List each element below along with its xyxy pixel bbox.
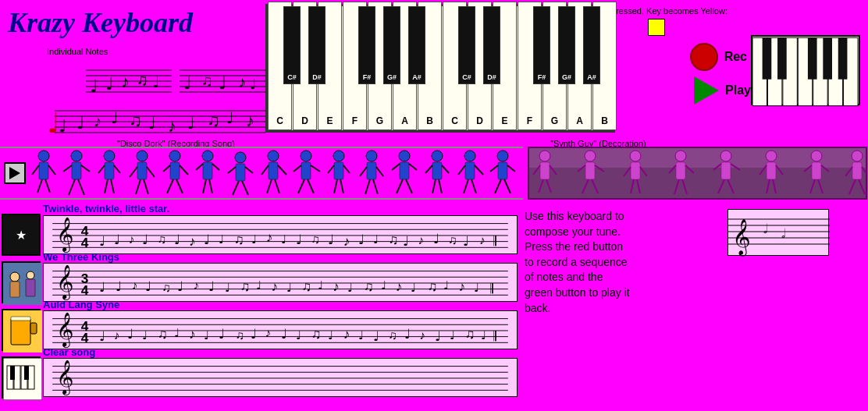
svg-text:♪: ♪	[333, 278, 340, 294]
svg-line-64	[114, 165, 120, 173]
svg-text:𝅗𝅥: 𝅗𝅥	[763, 223, 767, 234]
svg-text:♪: ♪	[420, 328, 426, 342]
svg-rect-303	[14, 366, 20, 389]
svg-text:♩: ♩	[318, 278, 323, 292]
clear-song-notes-svg: 𝄞	[44, 359, 517, 396]
svg-text:♫: ♫	[364, 278, 374, 294]
clear-song-thumb-svg	[3, 358, 42, 400]
svg-text:♪: ♪	[132, 278, 138, 292]
svg-rect-134	[498, 162, 507, 179]
song-staff-clear: 𝄞	[43, 358, 518, 397]
svg-text:♫: ♫	[158, 232, 167, 246]
piano-thumb-svg	[752, 37, 859, 107]
svg-line-135	[490, 165, 498, 172]
key-dsharp1[interactable]: D#	[308, 6, 326, 84]
svg-text:♪: ♪	[189, 326, 196, 342]
svg-text:♫: ♫	[158, 326, 168, 342]
svg-text:♪: ♪	[265, 326, 272, 339]
svg-line-118	[409, 164, 417, 170]
svg-text:♪: ♪	[458, 278, 465, 294]
svg-line-95	[267, 179, 272, 193]
svg-text:♫: ♫	[448, 233, 457, 246]
svg-point-97	[301, 151, 311, 161]
key-fsharp1[interactable]: F#	[358, 6, 375, 84]
svg-rect-74	[170, 162, 180, 179]
key-csharp2[interactable]: C#	[458, 6, 475, 84]
svg-text:♩: ♩	[347, 281, 353, 294]
svg-text:♪: ♪	[479, 233, 486, 246]
piano-keyboard[interactable]: C D E F G A B C D E F G A B C# D# F# G# …	[265, 4, 615, 135]
song-staff-auld-lang-syne: 𝄞 4 4 ♩ ♪ ♩ ♩ ♫ ♩ ♪ ♩ ♩ ♫ ♩ ♪ ♩ ♩ ♫ ♩ ♪ …	[43, 310, 518, 349]
svg-rect-153	[631, 162, 640, 179]
svg-rect-92	[269, 162, 278, 179]
svg-rect-227	[26, 279, 35, 296]
svg-text:♫: ♫	[233, 232, 244, 247]
svg-line-94	[278, 165, 286, 175]
svg-text:♩: ♩	[90, 76, 98, 96]
key-dsharp2[interactable]: D#	[483, 6, 500, 84]
blue-dancers-svg	[28, 148, 516, 199]
svg-line-54	[45, 179, 50, 193]
svg-line-78	[176, 179, 183, 193]
svg-line-69	[130, 167, 137, 177]
we-three-kings-thumb-svg	[3, 263, 42, 305]
svg-text:♫: ♫	[137, 71, 148, 88]
synth-guy-dancers-svg	[529, 148, 867, 199]
svg-line-106	[343, 165, 350, 173]
svg-point-152	[630, 151, 641, 161]
svg-text:𝅗𝅥: 𝅗𝅥	[781, 228, 785, 239]
play-button[interactable]: Play	[694, 76, 751, 105]
svg-line-81	[196, 164, 203, 170]
svg-text:♩: ♩	[219, 326, 225, 342]
svg-line-53	[37, 179, 42, 193]
svg-text:♩: ♩	[183, 73, 191, 93]
song-title-twinkle: Twinkle, twinkle, little star.	[43, 203, 169, 214]
svg-line-77	[167, 179, 173, 193]
svg-rect-62	[105, 162, 114, 179]
svg-line-63	[98, 165, 105, 173]
key-fsharp2[interactable]: F#	[533, 6, 550, 84]
svg-text:♪: ♪	[114, 328, 120, 342]
svg-point-73	[169, 151, 180, 161]
svg-rect-122	[432, 162, 442, 179]
svg-text:♪: ♪	[194, 278, 200, 292]
svg-text:♩: ♩	[463, 233, 469, 249]
svg-point-121	[432, 151, 443, 161]
svg-line-105	[328, 165, 334, 173]
svg-line-123	[425, 165, 432, 173]
svg-rect-147	[585, 162, 595, 179]
svg-line-76	[180, 165, 188, 175]
key-gsharp1[interactable]: G#	[383, 6, 400, 84]
svg-text:♩: ♩	[99, 233, 105, 249]
svg-text:♩: ♩	[99, 279, 105, 295]
animation-play-button[interactable]	[4, 162, 26, 184]
key-csharp1[interactable]: C#	[283, 6, 301, 84]
svg-text:♩: ♩	[145, 278, 151, 294]
key-asharp1[interactable]: A#	[408, 6, 425, 84]
svg-text:♫: ♫	[240, 278, 250, 294]
svg-point-133	[497, 151, 508, 161]
svg-text:♩: ♩	[174, 326, 180, 339]
svg-line-113	[365, 179, 370, 194]
rec-button[interactable]: Rec	[690, 43, 747, 71]
svg-line-83	[203, 179, 206, 193]
svg-line-112	[376, 167, 383, 176]
song-thumb-we-three-kings	[2, 261, 41, 303]
svg-text:𝄂: 𝄂	[493, 328, 496, 344]
svg-line-71	[136, 179, 141, 194]
svg-rect-141	[540, 162, 550, 179]
svg-text:♪: ♪	[343, 326, 350, 342]
svg-text:♫: ♫	[464, 326, 475, 342]
svg-point-170	[766, 151, 777, 161]
svg-text:𝄞: 𝄞	[732, 219, 751, 257]
svg-text:♫: ♫	[207, 111, 220, 130]
auld-lang-syne-notes-svg: 𝄞 4 4 ♩ ♪ ♩ ♩ ♫ ♩ ♪ ♩ ♩ ♫ ♩ ♪ ♩ ♩ ♫ ♩ ♪ …	[44, 311, 517, 349]
svg-point-67	[137, 151, 148, 161]
svg-point-103	[333, 151, 344, 161]
auld-lang-syne-thumb-svg	[3, 310, 42, 353]
key-asharp2[interactable]: A#	[583, 6, 600, 84]
svg-rect-165	[721, 162, 731, 179]
svg-text:♩: ♩	[296, 232, 302, 247]
svg-line-93	[261, 165, 269, 175]
key-gsharp2[interactable]: G#	[558, 6, 575, 84]
